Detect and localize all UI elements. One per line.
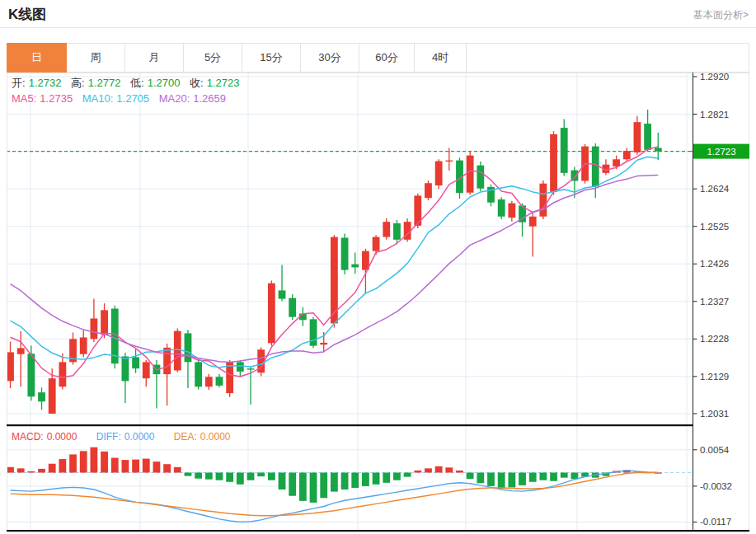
svg-text:1.2031: 1.2031 <box>700 409 729 419</box>
svg-text:1.2426: 1.2426 <box>700 259 729 269</box>
svg-text:-0.0032: -0.0032 <box>700 481 732 491</box>
dea-label: DEA: <box>174 431 197 443</box>
close-label: 收: <box>190 77 204 89</box>
svg-text:0.0054: 0.0054 <box>700 445 730 455</box>
ma20-value: 1.2659 <box>193 92 226 105</box>
diff-label: DIFF: <box>96 431 121 443</box>
macd-value: 0.0000 <box>47 431 77 443</box>
dea-value: 0.0000 <box>200 431 231 443</box>
macd-label: MACD: <box>12 431 44 443</box>
ma-legend: MA5:1.2735 MA10:1.2705 MA20:1.2659 <box>12 92 232 105</box>
macd-legend: MACD:0.0000 DIFF:0.0000 DEA:0.0000 <box>12 431 247 443</box>
ma5-label: MA5: <box>12 92 36 105</box>
ma10-value: 1.2705 <box>116 92 149 105</box>
ma5-value: 1.2735 <box>40 92 73 105</box>
close-value: 1.2723 <box>207 77 240 89</box>
open-value: 1.2732 <box>29 77 62 89</box>
svg-text:1.2821: 1.2821 <box>700 110 729 119</box>
macd-layer <box>7 447 662 522</box>
svg-text:1.2920: 1.2920 <box>700 72 729 82</box>
ohlc-legend: 开:1.2732 高:1.2772 低:1.2700 收:1.2723 <box>12 76 246 91</box>
candles-layer <box>7 110 662 414</box>
open-label: 开: <box>12 77 26 89</box>
low-label: 低: <box>130 77 144 89</box>
ma10-label: MA10: <box>82 92 114 105</box>
diff-value: 0.0000 <box>124 431 155 443</box>
svg-text:1.2129: 1.2129 <box>700 372 729 382</box>
svg-text:1.2525: 1.2525 <box>700 222 729 232</box>
grid-layer <box>7 73 691 530</box>
high-value: 1.2772 <box>88 77 121 89</box>
svg-text:1.2228: 1.2228 <box>700 334 729 344</box>
ma20-label: MA20: <box>159 92 190 105</box>
current-price-tag: 1.2723 <box>691 144 749 159</box>
svg-text:-0.0117: -0.0117 <box>700 517 731 527</box>
svg-text:1.2624: 1.2624 <box>700 184 730 194</box>
low-value: 1.2700 <box>148 77 181 89</box>
svg-text:1.2327: 1.2327 <box>700 297 729 307</box>
svg-text:1.2723: 1.2723 <box>707 147 735 157</box>
high-label: 高: <box>71 77 85 89</box>
